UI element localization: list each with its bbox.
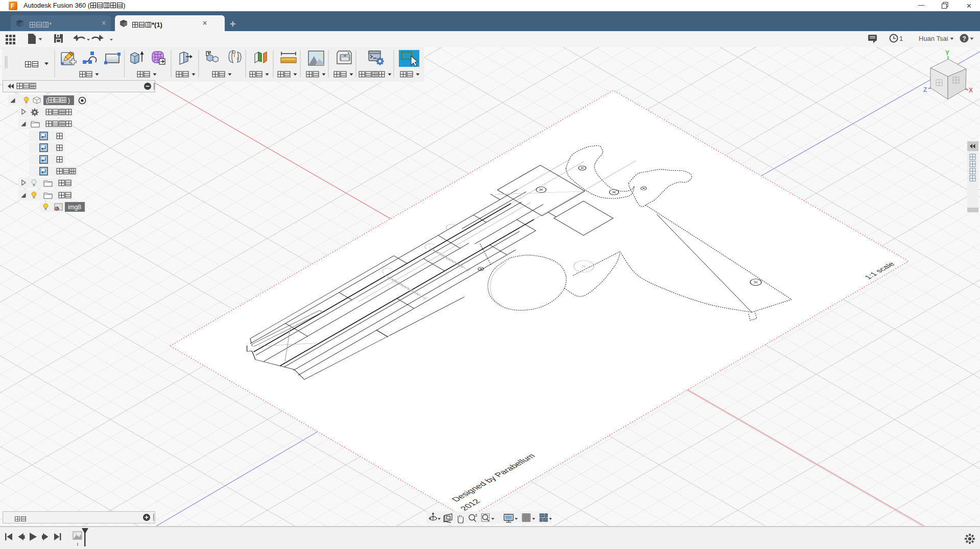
svg-text:X: X	[969, 87, 973, 94]
svg-text:?: ?	[963, 35, 966, 42]
svg-text:Huan Tsai: Huan Tsai	[919, 35, 948, 42]
svg-text:Z: Z	[923, 86, 927, 93]
svg-text:Y: Y	[945, 49, 949, 57]
svg-text:1: 1	[899, 35, 903, 42]
svg-text:): )	[68, 97, 70, 104]
svg-text:(: (	[46, 97, 48, 104]
svg-text:img8: img8	[68, 204, 81, 211]
svg-text:±: ±	[475, 512, 477, 517]
